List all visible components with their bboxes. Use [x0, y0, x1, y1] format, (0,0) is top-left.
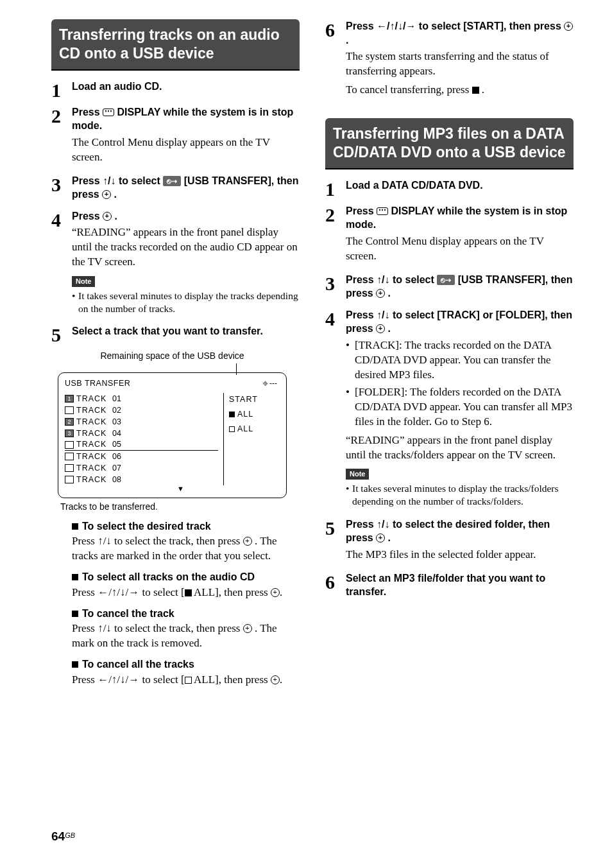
track-label: TRACK: [76, 474, 112, 485]
track-row: TRACK06: [65, 451, 218, 462]
track-number: 04: [112, 428, 128, 439]
text: .: [114, 189, 117, 200]
note-item: It takes several minutes to display the …: [72, 290, 300, 315]
enter-icon: [564, 22, 573, 31]
step-head: Load an audio CD.: [72, 80, 300, 94]
usb-transfer-panel: USB TRANSFER ⎆ --- 1TRACK01TRACK022TRACK…: [58, 372, 287, 498]
track-row: TRACK07: [65, 462, 218, 474]
step-text: The Control Menu display appears on the …: [72, 135, 300, 165]
step-number: 5: [325, 517, 346, 566]
step-number: 4: [325, 308, 346, 512]
track-label: TRACK: [76, 428, 112, 439]
step-number: 2: [325, 204, 346, 268]
text: ALL], then press: [192, 673, 271, 686]
rstep-4: 4 Press ↑/↓ to select [TRACK] or [FOLDER…: [325, 308, 574, 512]
text: ALL], then press: [192, 586, 271, 598]
page-lang: GB: [65, 831, 75, 839]
text: Press ↑/↓ to select the track, then pres…: [72, 535, 243, 547]
text: Press ←/↑/↓/→ to select [START], then pr…: [346, 21, 564, 31]
rstep-2: 2 Press DISPLAY while the system is in s…: [325, 204, 574, 268]
step-2: 2 Press DISPLAY while the system is in s…: [51, 105, 300, 169]
text: Press ↑/↓ to select the track, then pres…: [72, 534, 300, 564]
section-heading-cd-usb: Transferring tracks on an audio CD onto …: [51, 19, 300, 71]
usb-transfer-icon: ⎋⇢: [163, 176, 181, 187]
text: Press ←/↑/↓/→ to select [ ALL], then pre…: [72, 586, 300, 600]
step-text: “READING” appears in the front panel dis…: [346, 433, 574, 463]
text: .: [115, 211, 117, 221]
track-label: TRACK: [76, 439, 112, 450]
enter-icon: [376, 324, 385, 333]
step-number: 1: [51, 80, 72, 100]
track-checkbox: [65, 441, 74, 449]
empty-square-icon: [185, 677, 192, 684]
text: Press ↑/↓ to select the track, then pres…: [72, 621, 300, 651]
enter-icon: [102, 190, 111, 199]
panel-all-filled: ALL: [229, 409, 280, 420]
track-row: 3TRACK04: [65, 428, 218, 439]
note-label: Note: [72, 276, 95, 287]
track-label: TRACK: [76, 451, 112, 462]
text: Press ←/↑/↓/→ to select [: [72, 673, 185, 686]
step-head: Press ←/↑/↓/→ to select [START], then pr…: [346, 19, 574, 47]
step-3: 3 Press ↑/↓ to select ⎋⇢ [USB TRANSFER],…: [51, 174, 300, 204]
display-icon: [103, 108, 114, 116]
step-head: Select a track that you want to transfer…: [72, 324, 300, 338]
step-number: 6: [325, 571, 346, 602]
usb-transfer-icon: ⎋⇢: [437, 275, 455, 286]
text: ALL: [237, 410, 253, 419]
step-head: Load a DATA CD/DATA DVD.: [346, 178, 574, 193]
text: Press ←/↑/↓/→ to select [: [72, 586, 185, 598]
panel-all-empty: ALL: [229, 424, 280, 435]
text: Press: [346, 205, 377, 216]
text: Press ←/↑/↓/→ to select [ ALL], then pre…: [72, 673, 300, 688]
track-number: 07: [112, 463, 128, 474]
text: Press: [72, 211, 103, 221]
step-head: Select an MP3 file/folder that you want …: [346, 571, 574, 599]
step-text: “READING” appears in the front panel dis…: [72, 225, 300, 270]
panel-remaining: ⎆ ---: [263, 378, 277, 388]
left-column: Transferring tracks on an audio CD onto …: [51, 19, 300, 691]
step-number: 1: [325, 178, 346, 199]
usb-transfer-illustration: Remaining space of the USB device USB TR…: [58, 350, 287, 513]
step-head: Press ↑/↓ to select [TRACK] or [FOLDER],…: [346, 308, 574, 336]
track-number: 03: [112, 417, 128, 428]
text: .: [388, 288, 391, 299]
note-list: It takes several minutes to display the …: [346, 482, 574, 508]
enter-icon: [271, 675, 280, 684]
track-row: 1TRACK01: [65, 393, 218, 404]
display-icon: [377, 207, 388, 215]
track-row: TRACK08: [65, 474, 218, 485]
track-checkbox: [65, 406, 74, 414]
text: Press ↑/↓ to select the track, then pres…: [72, 622, 243, 634]
text: .: [346, 35, 348, 46]
step-number: 3: [325, 273, 346, 303]
track-checkbox: [65, 464, 74, 472]
rstep-6: 6 Select an MP3 file/folder that you wan…: [325, 571, 574, 602]
note-label: Note: [346, 469, 369, 480]
step-text: To cancel transferring, press .: [346, 83, 574, 98]
step-4: 4 Press . “READING” appears in the front…: [51, 209, 300, 320]
step-5-subsections: To select the desired track Press ↑/↓ to…: [51, 519, 300, 688]
text: Press: [72, 107, 103, 117]
step-head: Press .: [72, 209, 300, 223]
filled-square-icon: [185, 589, 192, 596]
text: Press ↑/↓ to select: [346, 274, 437, 285]
empty-square-icon: [229, 426, 235, 432]
filled-square-icon: [229, 412, 235, 417]
track-checkbox: [65, 453, 74, 460]
enter-icon: [243, 624, 252, 633]
caption-remaining-space: Remaining space of the USB device: [58, 350, 287, 362]
track-label: TRACK: [76, 463, 112, 474]
right-column: 6 Press ←/↑/↓/→ to select [START], then …: [325, 19, 574, 691]
caption-tracks-transferred: Tracks to be transferred.: [60, 501, 287, 513]
step-5: 5 Select a track that you want to transf…: [51, 324, 300, 345]
track-number: 05: [112, 439, 128, 450]
note-item: It takes several minutes to display the …: [346, 482, 574, 508]
track-list: 1TRACK01TRACK022TRACK033TRACK04TRACK05TR…: [65, 393, 218, 485]
track-label: TRACK: [76, 394, 112, 404]
text: .: [482, 83, 484, 96]
track-checkbox: 2: [65, 418, 74, 426]
text: .: [280, 586, 282, 598]
track-checkbox: [65, 476, 74, 483]
step-6: 6 Press ←/↑/↓/→ to select [START], then …: [325, 19, 574, 101]
